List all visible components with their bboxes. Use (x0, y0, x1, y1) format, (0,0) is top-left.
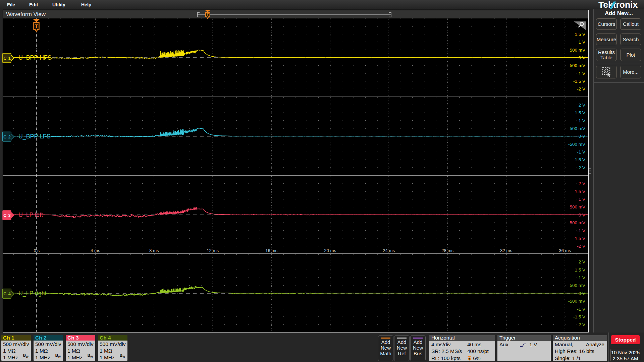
svg-text:1.5 V: 1.5 V (575, 267, 585, 273)
svg-text:-1 V: -1 V (577, 149, 585, 155)
svg-text:-1.5 V: -1.5 V (573, 236, 585, 241)
svg-text:T: T (35, 23, 38, 29)
svg-text:1.5 V: 1.5 V (575, 32, 585, 37)
svg-text:U_BPP LFS: U_BPP LFS (18, 133, 51, 140)
svg-text:C 1: C 1 (3, 56, 11, 61)
svg-text:-1 V: -1 V (577, 228, 585, 233)
svg-text:500 mV: 500 mV (570, 283, 585, 288)
svg-text:1 V: 1 V (579, 118, 585, 123)
svg-text:-1.5 V: -1.5 V (573, 157, 585, 162)
svg-text:8 ms: 8 ms (149, 248, 159, 253)
svg-text:1.5 V: 1.5 V (575, 189, 585, 194)
svg-text:T: T (469, 357, 470, 360)
svg-text:24 ms: 24 ms (383, 248, 395, 253)
svg-text:28 ms: 28 ms (441, 248, 453, 253)
svg-text:-1 V: -1 V (577, 307, 585, 312)
svg-text:-1.5 V: -1.5 V (573, 79, 585, 84)
svg-text:T: T (207, 13, 209, 17)
svg-text:20 ms: 20 ms (324, 248, 336, 253)
svg-text:0 V: 0 V (579, 55, 585, 60)
svg-text:U_LP left: U_LP left (18, 212, 43, 219)
svg-text:0 V: 0 V (579, 291, 585, 296)
svg-text:500 mV: 500 mV (570, 126, 585, 131)
svg-text:U_BPP HFS: U_BPP HFS (18, 54, 52, 61)
svg-text:1 V: 1 V (579, 40, 585, 45)
svg-text:2 V: 2 V (579, 103, 585, 108)
svg-text:12 ms: 12 ms (207, 248, 219, 253)
svg-text:1 V: 1 V (579, 197, 585, 202)
svg-text:-2 V: -2 V (577, 244, 585, 249)
svg-text:C 3: C 3 (3, 213, 11, 218)
svg-text:-2 V: -2 V (577, 86, 585, 92)
svg-text:1.5 V: 1.5 V (575, 110, 585, 115)
svg-text:-500 mV: -500 mV (568, 220, 585, 225)
svg-text:C 2: C 2 (3, 135, 11, 139)
svg-text:0 s: 0 s (34, 248, 40, 253)
svg-text:0 V: 0 V (579, 213, 585, 218)
svg-text:32 ms: 32 ms (500, 248, 512, 253)
svg-text:-1 V: -1 V (577, 71, 585, 76)
svg-text:-2 V: -2 V (577, 165, 585, 170)
svg-text:0 V: 0 V (579, 134, 585, 139)
svg-text:16 ms: 16 ms (265, 248, 277, 253)
svg-text:4 ms: 4 ms (91, 248, 100, 253)
svg-text:C 4: C 4 (3, 292, 11, 296)
svg-text:-2 V: -2 V (577, 322, 585, 327)
svg-text:500 mV: 500 mV (570, 48, 585, 53)
svg-text:-500 mV: -500 mV (568, 142, 585, 147)
svg-text:-500 mV: -500 mV (568, 63, 585, 68)
svg-text:500 mV: 500 mV (570, 204, 585, 209)
svg-text:-500 mV: -500 mV (568, 299, 585, 304)
svg-text:-1.5 V: -1.5 V (573, 314, 585, 319)
svg-text:2 V: 2 V (579, 259, 585, 264)
svg-text:U_LP right: U_LP right (18, 290, 47, 297)
svg-text:1 V: 1 V (579, 275, 585, 280)
svg-text:36 ms: 36 ms (559, 248, 571, 253)
svg-text:2 V: 2 V (579, 181, 585, 186)
